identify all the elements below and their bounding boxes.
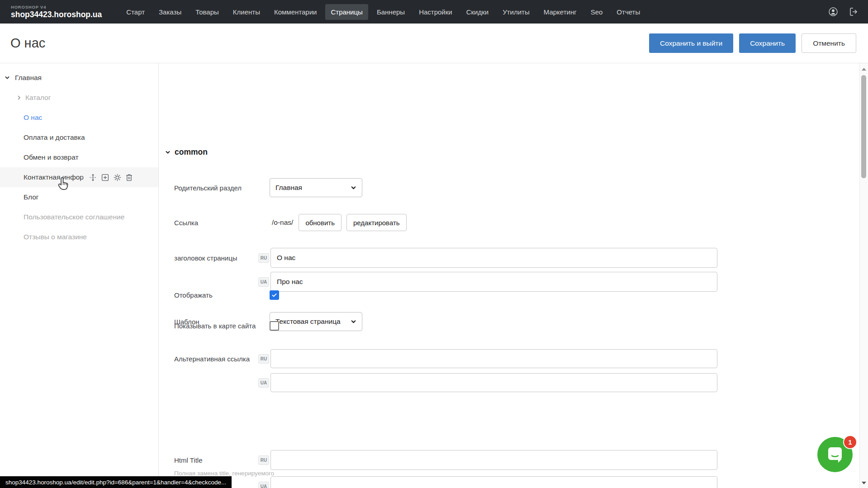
page-title: О нас [10,36,45,51]
nav-item-comments[interactable]: Комментарии [269,4,322,20]
add-page-icon[interactable] [101,174,109,181]
html-title-hint: Полная замена title, генерируемого [174,470,274,477]
tree-item-store-reviews[interactable]: Отзывы о магазине [0,227,158,247]
nav-item-products[interactable]: Товары [190,4,224,20]
link-path: /o-nas/ [272,218,293,227]
tree-item-home[interactable]: Главная [0,68,158,88]
nav-item-orders[interactable]: Заказы [153,4,187,20]
page-title-ru-input[interactable] [270,248,717,268]
link-label: Ссылка [174,219,270,227]
display-label: Отображать [174,291,270,299]
nav-item-settings[interactable]: Настройки [413,4,458,20]
tree-item-catalog[interactable]: Каталог [0,88,158,108]
tree-item-label: Главная [15,74,42,82]
section-title: common [175,147,208,157]
parent-section-label: Родительский раздел [174,184,270,192]
nav-item-marketing[interactable]: Маркетинг [538,4,582,20]
parent-section-select[interactable]: Главная [270,178,362,197]
sitemap-checkbox[interactable] [270,321,279,331]
tree-item-blog[interactable]: Блог [0,187,158,207]
tree-item-payment-delivery[interactable]: Оплата и доставка [0,128,158,147]
sitemap-label: Показывать в карте сайта [174,322,270,330]
page-title-label: заголовок страницы [174,254,258,262]
chat-bubble-icon [826,445,844,464]
parent-section-value: Главная [275,184,351,192]
section-common-toggle[interactable]: common [165,147,208,157]
vertical-scrollbar[interactable] [859,63,868,488]
save-and-exit-button[interactable]: Сохранить и выйти [649,33,733,53]
html-title-ru-input[interactable] [270,450,717,470]
tree-item-label: Блог [0,193,39,201]
alt-link-ua-input[interactable] [270,373,717,392]
tree-item-label: Обмен и возврат [0,153,79,161]
lang-ru-badge: RU [258,354,269,364]
page-edit-form: common Родительский раздел Главная Ссылк… [159,63,859,488]
save-button[interactable]: Сохранить [739,33,796,53]
display-checkbox[interactable] [270,290,279,300]
tree-item-exchange-return[interactable]: Обмен и возврат [0,147,158,167]
chat-widget-button[interactable]: 1 [817,437,853,472]
tree-item-contact-info[interactable]: Контактная инфор [0,167,158,187]
scroll-down-arrow[interactable] [862,482,866,484]
nav-item-banners[interactable]: Баннеры [371,4,410,20]
html-title-label: Html Title [174,456,258,464]
brand-version: HOROSHOP V4 [11,5,102,9]
logout-icon[interactable] [849,7,859,17]
lang-ua-badge: UA [258,482,269,488]
tree-item-label: Контактная инфор [0,173,84,181]
nav-item-pages[interactable]: Страницы [325,4,368,20]
scroll-thumb[interactable] [861,75,866,178]
tree-item-about-us[interactable]: О нас [0,108,158,128]
cancel-button[interactable]: Отменить [802,33,856,53]
nav-item-discounts[interactable]: Скидки [461,4,494,20]
chat-unread-badge: 1 [843,435,857,449]
gear-icon[interactable] [114,174,121,181]
html-title-ua-input[interactable] [270,476,717,488]
nav-item-clients[interactable]: Клиенты [228,4,266,20]
lang-ru-badge: RU [258,455,269,465]
alt-link-label: Альтернативная ссылка [174,355,258,363]
nav-item-start[interactable]: Старт [121,4,150,20]
chevron-down-icon [351,185,356,191]
top-navbar: HOROSHOP V4 shop34423.horoshop.ua Старт … [0,0,868,24]
trash-icon[interactable] [126,174,133,181]
tree-item-label: Пользовательское соглашение [0,213,124,221]
account-icon[interactable] [828,7,838,17]
lang-ru-badge: RU [258,253,269,263]
lang-ua-badge: UA [258,277,269,287]
lang-ua-badge: UA [258,378,269,388]
main-nav: Старт Заказы Товары Клиенты Комментарии … [121,4,645,20]
alt-link-ru-input[interactable] [270,349,717,368]
link-edit-button[interactable]: редактировать [346,214,407,231]
nav-item-reports[interactable]: Отчеты [611,4,645,20]
chevron-down-icon[interactable] [5,75,10,81]
move-icon[interactable] [89,174,97,181]
tree-item-label: О нас [0,114,42,122]
tree-item-label: Оплата и доставка [0,133,85,142]
chevron-right-icon[interactable] [16,95,22,100]
page-title-ua-input[interactable] [270,272,717,292]
tree-item-user-agreement[interactable]: Пользовательское соглашение [0,207,158,227]
nav-item-utilities[interactable]: Утилиты [497,4,535,20]
brand-domain: shop34423.horoshop.ua [11,10,102,19]
link-refresh-button[interactable]: обновить [299,214,342,231]
brand-logo[interactable]: HOROSHOP V4 shop34423.horoshop.ua [11,5,102,19]
tree-item-label: Каталог [25,94,51,102]
link-status-bar: shop34423.horoshop.ua/edit/edit.php?id=6… [0,476,232,488]
pages-tree-sidebar: Главная Каталог О нас Оплата и доставка … [0,63,159,488]
page-header: О нас Сохранить и выйти Сохранить Отмени… [0,24,868,63]
tree-item-label: Отзывы о магазине [0,233,87,241]
nav-item-seo[interactable]: Seo [585,4,608,20]
status-url: shop34423.horoshop.ua/edit/edit.php?id=6… [5,479,226,486]
chevron-down-icon [165,150,171,155]
scroll-up-arrow[interactable] [862,68,866,71]
